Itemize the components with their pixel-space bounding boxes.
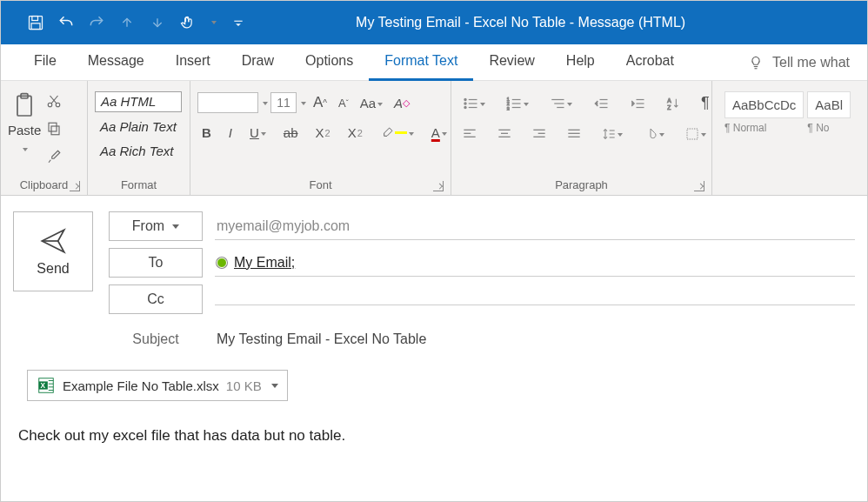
- tab-acrobat[interactable]: Acrobat: [611, 44, 690, 81]
- sort-icon[interactable]: AZ: [662, 94, 684, 113]
- cc-button[interactable]: Cc: [109, 284, 203, 314]
- highlight-color-icon[interactable]: [376, 123, 418, 143]
- font-size-dropdown[interactable]: [299, 95, 306, 110]
- copy-icon[interactable]: [46, 121, 62, 140]
- align-right-icon[interactable]: [528, 125, 551, 143]
- paste-button[interactable]: Paste: [8, 91, 41, 157]
- group-format-label: Format: [121, 178, 157, 191]
- decrease-indent-icon[interactable]: [589, 94, 613, 113]
- group-styles: AaBbCcDc ¶ Normal AaBl ¶ No: [712, 81, 867, 195]
- format-plain-button[interactable]: Aa Plain Text: [95, 117, 182, 137]
- excel-file-icon: X: [37, 376, 56, 395]
- to-recipient[interactable]: My Email;: [234, 255, 295, 271]
- save-icon[interactable]: [27, 14, 44, 31]
- change-case-icon[interactable]: Aa: [356, 93, 387, 113]
- font-size-input[interactable]: 11: [270, 92, 297, 113]
- subject-input[interactable]: My Testing Email - Excel No Table: [215, 326, 855, 352]
- multilevel-list-icon[interactable]: [545, 93, 577, 113]
- font-dialog-launcher[interactable]: [433, 181, 444, 191]
- ribbon: Paste Clipboard Aa HTML Aa Plain Text Aa…: [1, 81, 867, 196]
- bold-button[interactable]: B: [197, 123, 216, 143]
- undo-icon[interactable]: [57, 14, 75, 31]
- group-paragraph-label: Paragraph: [555, 178, 608, 191]
- line-spacing-icon[interactable]: [598, 124, 627, 144]
- clipboard-dialog-launcher[interactable]: [70, 181, 80, 191]
- svg-point-11: [464, 102, 466, 104]
- paragraph-dialog-launcher[interactable]: [694, 181, 704, 191]
- ribbon-tabs: File Message Insert Draw Options Format …: [1, 44, 867, 81]
- tab-draw[interactable]: Draw: [226, 44, 290, 81]
- font-name-dropdown[interactable]: [261, 95, 268, 110]
- from-button[interactable]: From: [109, 211, 203, 241]
- grow-font-icon[interactable]: A^: [309, 91, 331, 114]
- svg-rect-1: [32, 17, 38, 21]
- align-left-icon[interactable]: [458, 125, 481, 143]
- title-bar: My Testing Email - Excel No Table - Mess…: [1, 1, 867, 44]
- tab-format-text[interactable]: Format Text: [369, 44, 473, 81]
- tab-review[interactable]: Review: [473, 44, 550, 81]
- tab-help[interactable]: Help: [551, 44, 611, 81]
- subscript-button[interactable]: X2: [311, 123, 335, 143]
- cut-icon[interactable]: [46, 93, 62, 112]
- attachment-size: 10 KB: [226, 378, 262, 393]
- justify-icon[interactable]: [563, 125, 585, 143]
- tab-options[interactable]: Options: [290, 44, 369, 81]
- increase-indent-icon[interactable]: [625, 94, 650, 113]
- from-value[interactable]: myemail@myjob.com: [215, 213, 855, 240]
- format-rich-button[interactable]: Aa Rich Text: [95, 142, 182, 161]
- tell-me-label: Tell me what: [772, 55, 850, 70]
- paste-dropdown-icon[interactable]: [21, 141, 28, 157]
- paste-icon: [10, 91, 38, 119]
- send-icon: [38, 226, 68, 256]
- attachment-dropdown-icon[interactable]: [269, 378, 278, 393]
- send-button[interactable]: Send: [13, 211, 93, 291]
- underline-button[interactable]: U: [245, 123, 270, 143]
- qat-customize-icon[interactable]: [230, 14, 247, 31]
- tab-insert[interactable]: Insert: [160, 44, 226, 81]
- style-nospacing[interactable]: AaBl ¶ No: [807, 91, 851, 134]
- group-paragraph: 123 AZ ¶ Paragraph: [451, 81, 712, 195]
- attachment-item[interactable]: X Example File No Table.xlsx 10 KB: [27, 370, 288, 401]
- show-marks-icon[interactable]: ¶: [697, 91, 714, 115]
- font-name-input[interactable]: [197, 92, 258, 113]
- group-font-label: Font: [309, 178, 331, 191]
- svg-text:X: X: [41, 382, 46, 390]
- next-item-icon[interactable]: [149, 14, 166, 31]
- tell-me[interactable]: Tell me what: [748, 55, 850, 70]
- touch-mode-dropdown[interactable]: [210, 14, 217, 31]
- clear-formatting-icon[interactable]: A◇: [390, 93, 414, 113]
- svg-rect-47: [687, 129, 698, 139]
- borders-icon[interactable]: [681, 124, 711, 144]
- to-button[interactable]: To: [109, 248, 203, 278]
- format-html-button[interactable]: Aa HTML: [95, 91, 182, 112]
- italic-button[interactable]: I: [224, 123, 237, 143]
- style-normal[interactable]: AaBbCcDc ¶ Normal: [724, 91, 804, 134]
- svg-point-13: [464, 106, 466, 108]
- to-field[interactable]: My Email;: [215, 250, 855, 277]
- compose-header: Send From myemail@myjob.com To My Email;…: [1, 196, 867, 354]
- redo-icon[interactable]: [88, 14, 105, 31]
- prev-item-icon[interactable]: [118, 14, 136, 31]
- group-clipboard: Paste Clipboard: [1, 81, 88, 195]
- shrink-font-icon[interactable]: Aˇ: [334, 94, 353, 112]
- bullets-icon[interactable]: [458, 93, 490, 113]
- attachment-name: Example File No Table.xlsx: [63, 378, 219, 393]
- numbering-icon[interactable]: 123: [502, 93, 533, 113]
- touch-mode-icon[interactable]: [179, 14, 197, 31]
- font-color-icon[interactable]: A: [427, 123, 451, 143]
- presence-icon: [217, 258, 227, 268]
- shading-icon[interactable]: [639, 124, 669, 144]
- message-body[interactable]: Check out my excel file that has data bu…: [1, 401, 867, 471]
- window-title: My Testing Email - Excel No Table - Mess…: [356, 15, 685, 30]
- lightbulb-icon: [748, 55, 764, 70]
- svg-text:3: 3: [507, 105, 510, 110]
- align-center-icon[interactable]: [493, 125, 516, 143]
- svg-rect-8: [49, 123, 57, 131]
- group-font: 11 A^ Aˇ Aa A◇ B I U ab X2 X2 A Font: [190, 81, 451, 195]
- strikethrough-button[interactable]: ab: [279, 123, 303, 143]
- format-painter-icon[interactable]: [46, 149, 62, 168]
- cc-field[interactable]: [215, 294, 855, 305]
- tab-file[interactable]: File: [18, 44, 72, 81]
- tab-message[interactable]: Message: [72, 44, 160, 81]
- superscript-button[interactable]: X2: [344, 123, 367, 143]
